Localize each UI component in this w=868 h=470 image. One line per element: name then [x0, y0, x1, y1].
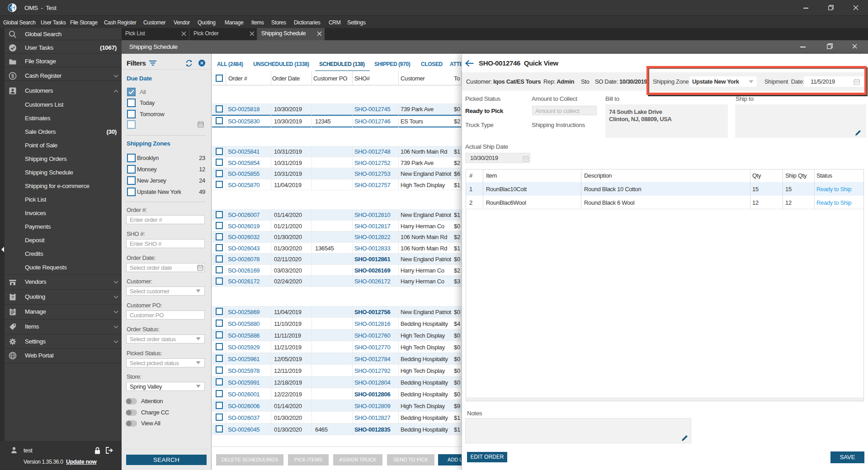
svg-text:?: ?: [11, 295, 14, 300]
svg-text:$: $: [11, 73, 14, 79]
